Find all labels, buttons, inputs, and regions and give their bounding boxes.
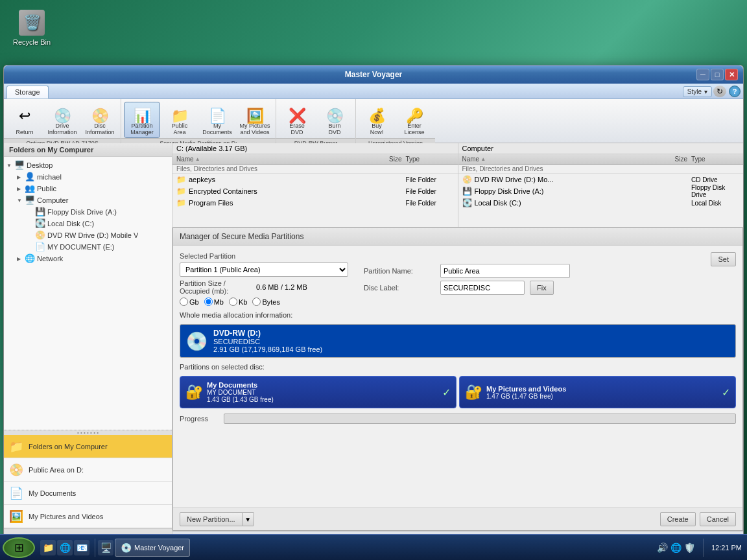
set-button[interactable]: Set — [711, 252, 736, 266]
file-item-program-files[interactable]: 📁 Program Files File Folder — [172, 197, 458, 209]
disc-label-input[interactable] — [440, 281, 525, 295]
tray-icon-network[interactable]: 🌐 — [670, 542, 682, 553]
selected-partition-row: Selected Partition Partition 1 (Public A… — [180, 252, 736, 306]
file-list-right[interactable]: Files, Directories and Drives 📀 DVD RW D… — [458, 165, 744, 227]
radio-mb[interactable]: Mb — [204, 298, 224, 306]
nav-public-area[interactable]: 📀 Public Area on D: — [4, 458, 172, 482]
tree-item-network[interactable]: ▶ 🌐 Network — [4, 253, 172, 264]
allocation-label: Whole media allocation information: — [180, 311, 736, 319]
scroll-indicator[interactable]: • • • • • • • — [4, 430, 172, 435]
public-area-button[interactable]: 📁 PublicArea — [161, 102, 198, 138]
folder-icon-program: 📁 — [176, 198, 186, 207]
tree-item-desktop[interactable]: ▼ 🖥️ Desktop — [4, 159, 172, 171]
tree-item-local-disk[interactable]: 💽 Local Disk (C:) — [4, 218, 172, 229]
radio-gb[interactable]: Gb — [180, 298, 199, 306]
recycle-bin-icon[interactable]: 🗑️ Recycle Bin — [13, 10, 51, 46]
tree-item-public[interactable]: ▶ 👥 Public — [4, 183, 172, 194]
desktop-icon: 🖥️ — [14, 160, 25, 170]
file-list-left[interactable]: Files, Directories and Drives 📁 aepkeys … — [172, 165, 458, 227]
dvd-drive-icon-r: 📀 — [462, 175, 472, 184]
taskbar-icon-1[interactable]: 📁 — [40, 540, 56, 555]
my-pictures-button[interactable]: 🖼️ My Picturesand Videos — [237, 102, 273, 138]
type-col-header-r[interactable]: Type — [687, 156, 739, 163]
nav-my-pictures[interactable]: 🖼️ My Pictures and Videos — [4, 505, 172, 528]
taskbar-divider-1 — [95, 539, 95, 557]
burn-dvd-button[interactable]: 💿 BurnDVD — [316, 102, 353, 138]
create-button[interactable]: Create — [660, 512, 696, 526]
partition-name-input[interactable] — [440, 264, 570, 278]
tab-bar: Storage Style ▾ ↻ ? — [4, 84, 743, 99]
tree-item-dvd-drive[interactable]: 📀 DVD RW Drive (D:) Mobile V… — [4, 229, 172, 241]
right-content: C: (Available 3.17 GB) Name ▲ Size Type — [172, 143, 743, 544]
partition-manager-button[interactable]: 📊 PartitionManager — [124, 102, 160, 138]
refresh-button[interactable]: ↻ — [713, 86, 726, 97]
tab-storage[interactable]: Storage — [6, 86, 49, 99]
maximize-button[interactable]: □ — [711, 69, 724, 80]
size-col-header[interactable]: Size — [370, 156, 402, 163]
enter-license-button[interactable]: 🔑 EnterLicense — [396, 102, 433, 138]
partition-box-mydocs[interactable]: 🔐 My Documents MY DOCUMENT 1.43 GB (1.43… — [180, 376, 456, 408]
dialog-title: Manager of Secure Media Partitions — [173, 228, 742, 246]
file-item-encrypted-containers[interactable]: 📁 Encrypted Containers File Folder — [172, 185, 458, 197]
minimize-button[interactable]: ─ — [696, 69, 709, 80]
type-col-header[interactable]: Type — [402, 156, 454, 163]
file-panels: C: (Available 3.17 GB) Name ▲ Size Type — [172, 143, 743, 228]
close-button[interactable]: ✕ — [725, 69, 738, 80]
tree-area[interactable]: ▼ 🖥️ Desktop ▶ 👤 michael ▶ 👥 Public — [4, 157, 172, 430]
start-button[interactable]: ⊞ — [3, 537, 35, 558]
tray-icon-volume[interactable]: 🔊 — [657, 542, 668, 553]
drive-information-button[interactable]: 💿 DriveInformation — [44, 102, 80, 138]
help-button[interactable]: ? — [729, 86, 741, 97]
buy-now-button[interactable]: 💰 BuyNow! — [359, 102, 395, 138]
file-panel-right-header: Computer — [458, 143, 744, 154]
cancel-button[interactable]: Cancel — [700, 512, 736, 526]
name-col-header-r[interactable]: Name ▲ — [462, 156, 656, 163]
size-col-header-r[interactable]: Size — [655, 156, 687, 163]
partition-dropdown[interactable]: Partition 1 (Public Area) — [180, 262, 348, 277]
style-button[interactable]: Style ▾ — [683, 86, 712, 97]
partition-size-row: Partition Size /Occupied (mb): 0.6 MB / … — [180, 279, 348, 295]
content-area: Folders on My Compurer ▼ 🖥️ Desktop ▶ 👤 … — [4, 143, 743, 544]
partition-size-label: Partition Size /Occupied (mb): — [180, 279, 251, 295]
taskbar-show-desktop[interactable]: 🖥️ — [98, 540, 113, 555]
tree-item-computer[interactable]: ▼ 🖥️ Computer — [4, 194, 172, 206]
my-docs-partition-icon: 🔐 — [185, 384, 203, 401]
my-pics-partition-info: My Pictures and Videos 1.47 GB (1.47 GB … — [486, 385, 566, 400]
taskbar-icon-2[interactable]: 🌐 — [57, 540, 73, 555]
nav-folders[interactable]: 📁 Folders on My Compurer — [4, 435, 172, 458]
taskbar-app-master-voyager[interactable]: 💿 Master Voyager — [115, 539, 190, 557]
my-pics-check-icon: ✓ — [722, 386, 730, 399]
folder-icon-encrypted: 📁 — [176, 187, 186, 196]
disc-label-row: Disc Label: Fix — [364, 281, 570, 295]
window-title: Master Voyager — [345, 70, 402, 79]
clock[interactable]: 12:21 PM — [711, 544, 742, 552]
name-col-header[interactable]: Name ▲ — [176, 156, 370, 163]
file-panel-left-cols: Name ▲ Size Type — [172, 154, 458, 165]
partition-box-mypics[interactable]: 🔐 My Pictures and Videos 1.47 GB (1.47 G… — [459, 376, 736, 408]
tray-icon-security[interactable]: 🛡️ — [684, 542, 695, 553]
tree-item-michael[interactable]: ▶ 👤 michael — [4, 171, 172, 183]
file-item-local-disk-r[interactable]: 💽 Local Disk (C:) Local Disk — [458, 197, 744, 209]
fix-button[interactable]: Fix — [530, 281, 554, 295]
disc-information-button[interactable]: 📀 DiscInformation — [82, 102, 118, 138]
taskbar-icon-3[interactable]: 📧 — [74, 540, 89, 555]
app-label: Master Voyager — [134, 544, 184, 552]
network-icon: 🌐 — [25, 253, 35, 264]
new-partition-button[interactable]: New Partition... — [180, 512, 243, 526]
tree-item-floppy[interactable]: 💾 Floppy Disk Drive (A:) — [4, 206, 172, 218]
return-button[interactable]: ↩ Return — [6, 102, 43, 138]
tree-item-my-document[interactable]: 📄 MY DOCUMENT (E:) — [4, 241, 172, 253]
window-controls: ─ □ ✕ — [696, 69, 738, 80]
nav-my-documents[interactable]: 📄 My Documents — [4, 482, 172, 505]
my-documents-button[interactable]: 📄 MyDocuments — [199, 102, 235, 138]
my-docs-check-icon: ✓ — [442, 386, 451, 399]
file-item-aepkeys[interactable]: 📁 aepkeys File Folder — [172, 174, 458, 185]
file-item-floppy-r[interactable]: 💾 Floppy Disk Drive (A:) Floppy Disk Dri… — [458, 185, 744, 197]
new-partition-arrow[interactable]: ▼ — [243, 512, 254, 526]
local-disk-icon-r: 💽 — [462, 198, 472, 207]
selected-partition-label: Selected Partition — [180, 252, 348, 260]
radio-bytes[interactable]: Bytes — [252, 298, 280, 306]
radio-kb[interactable]: Kb — [229, 298, 247, 306]
erase-dvd-button[interactable]: ❌ EraseDVD — [279, 102, 315, 138]
progress-bar — [224, 414, 736, 424]
